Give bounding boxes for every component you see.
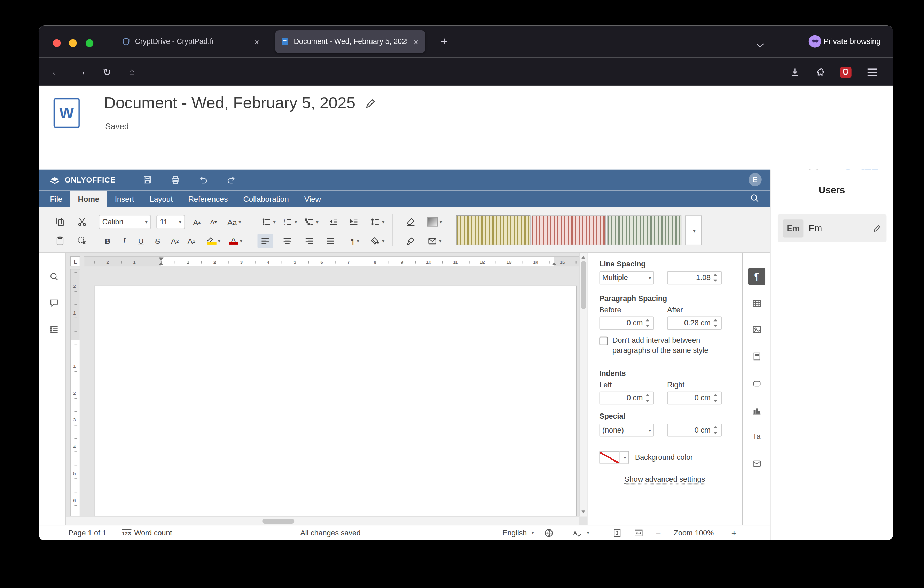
language-select[interactable]: English▾: [502, 525, 534, 540]
interval-checkbox[interactable]: [599, 337, 608, 345]
list-tabs-button[interactable]: [757, 38, 763, 49]
menu-collaboration[interactable]: Collaboration: [236, 190, 297, 207]
copy-button[interactable]: [52, 215, 68, 229]
spinner-arrows[interactable]: [712, 424, 719, 436]
copy-style-button[interactable]: [403, 234, 419, 248]
increase-indent-button[interactable]: [346, 215, 361, 229]
document-page[interactable]: [94, 286, 577, 517]
paragraph-color-button[interactable]: ▾: [423, 215, 446, 229]
set-language-button[interactable]: [544, 525, 554, 540]
select-all-button[interactable]: [74, 234, 89, 248]
first-line-indent-marker[interactable]: [159, 258, 163, 261]
clear-style-button[interactable]: [403, 215, 419, 229]
numbering-button[interactable]: 123▾: [280, 215, 300, 229]
window-minimize-button[interactable]: [69, 40, 77, 47]
editor-user-avatar[interactable]: E: [749, 173, 762, 187]
spinner-arrows[interactable]: [712, 317, 719, 329]
tab-close-icon[interactable]: ×: [412, 36, 420, 47]
spinner-arrows[interactable]: [644, 392, 651, 404]
word-count-button[interactable]: 123Word count: [122, 525, 172, 540]
document-title[interactable]: Document - Wed, February 5, 2025: [104, 94, 355, 112]
line-spacing-value-spinner[interactable]: 1.08: [667, 271, 722, 284]
background-color-dropdown[interactable]: ▾: [620, 451, 629, 463]
menu-home[interactable]: Home: [70, 190, 107, 207]
paste-button[interactable]: [52, 234, 68, 248]
vertical-ruler[interactable]: 21123456: [70, 269, 81, 516]
special-value-spinner[interactable]: 0 cm: [667, 424, 722, 437]
bullets-button[interactable]: ▾: [259, 215, 279, 229]
nonprinting-characters-button[interactable]: ¶▾: [345, 234, 365, 248]
left-indent-marker[interactable]: [159, 262, 163, 266]
tab-cryptdrive[interactable]: CryptDrive - CryptPad.fr ×: [117, 30, 266, 53]
mail-merge-button[interactable]: ▾: [423, 234, 446, 248]
special-select[interactable]: (none)▾: [599, 424, 654, 437]
reload-button[interactable]: ↻: [97, 62, 117, 81]
edit-name-pencil-icon[interactable]: [873, 224, 881, 232]
editor-search-button[interactable]: [750, 193, 759, 205]
spacing-before-spinner[interactable]: 0 cm: [599, 317, 654, 330]
increment-font-button[interactable]: A▴: [189, 215, 205, 229]
mailmerge-settings-tab[interactable]: [748, 454, 766, 472]
font-name-select[interactable]: Calibri▾: [99, 215, 151, 229]
home-button[interactable]: ⌂: [122, 62, 142, 81]
justify-button[interactable]: [323, 234, 338, 248]
highlight-color-button[interactable]: ▾: [201, 234, 224, 248]
scroll-up-button[interactable]: [581, 256, 585, 259]
window-close-button[interactable]: [53, 40, 61, 47]
fit-width-button[interactable]: [634, 525, 644, 540]
paragraph-settings-tab[interactable]: ¶: [748, 268, 766, 285]
spellcheck-button[interactable]: ▾: [573, 525, 589, 540]
font-size-select[interactable]: 11▾: [156, 215, 185, 229]
fit-page-button[interactable]: [612, 525, 622, 540]
new-tab-button[interactable]: +: [436, 33, 453, 50]
line-spacing-button[interactable]: ▾: [367, 215, 388, 229]
undo-button[interactable]: [195, 172, 212, 187]
indent-right-spinner[interactable]: 0 cm: [667, 391, 722, 405]
show-advanced-settings-link[interactable]: Show advanced settings: [587, 476, 742, 484]
bold-button[interactable]: B: [100, 234, 115, 248]
menu-layout[interactable]: Layout: [142, 190, 180, 207]
scroll-down-button[interactable]: [581, 510, 585, 514]
table-settings-tab[interactable]: [748, 294, 766, 312]
indent-left-spinner[interactable]: 0 cm: [599, 391, 654, 405]
chart-settings-tab[interactable]: [748, 401, 766, 419]
spinner-arrows[interactable]: [644, 317, 651, 329]
menu-insert[interactable]: Insert: [107, 190, 142, 207]
headerfooter-settings-tab[interactable]: [748, 347, 766, 365]
vertical-scroll-thumb[interactable]: [581, 261, 586, 309]
ublock-button[interactable]: [836, 62, 856, 81]
print-button[interactable]: [167, 172, 184, 187]
downloads-button[interactable]: [785, 62, 805, 81]
textart-settings-tab[interactable]: Ta: [748, 428, 766, 445]
comments-button[interactable]: [47, 296, 61, 310]
decrement-font-button[interactable]: A▾: [206, 215, 221, 229]
right-indent-marker[interactable]: [552, 262, 557, 266]
find-button[interactable]: [47, 269, 61, 284]
menu-view[interactable]: View: [297, 190, 329, 207]
app-menu-button[interactable]: [862, 62, 882, 81]
shape-settings-tab[interactable]: [748, 375, 766, 392]
italic-button[interactable]: I: [117, 234, 132, 248]
multilevel-list-button[interactable]: ▾: [302, 215, 322, 229]
forward-button[interactable]: →: [71, 62, 92, 81]
decrease-indent-button[interactable]: [326, 215, 341, 229]
back-button[interactable]: ←: [46, 62, 66, 81]
tab-stop-selector[interactable]: L: [70, 256, 81, 266]
zoom-out-button[interactable]: −: [656, 525, 661, 540]
spinner-arrows[interactable]: [712, 272, 719, 284]
superscript-button[interactable]: A2: [167, 234, 182, 248]
save-button[interactable]: [139, 172, 156, 187]
redo-button[interactable]: [223, 172, 239, 187]
align-right-button[interactable]: [302, 234, 317, 248]
rename-pencil-icon[interactable]: [365, 98, 376, 109]
zoom-level[interactable]: Zoom 100%: [674, 525, 714, 540]
style-preview-no-spacing[interactable]: [531, 215, 606, 245]
change-case-button[interactable]: Aa▾: [223, 215, 245, 229]
strikethrough-button[interactable]: S: [150, 234, 165, 248]
style-preview-heading[interactable]: [607, 215, 681, 245]
vertical-scrollbar[interactable]: [579, 253, 587, 517]
underline-button[interactable]: U: [133, 234, 148, 248]
horizontal-scrollbar[interactable]: [66, 516, 579, 525]
font-color-button[interactable]: A▾: [225, 234, 246, 248]
align-left-button[interactable]: [257, 234, 273, 248]
